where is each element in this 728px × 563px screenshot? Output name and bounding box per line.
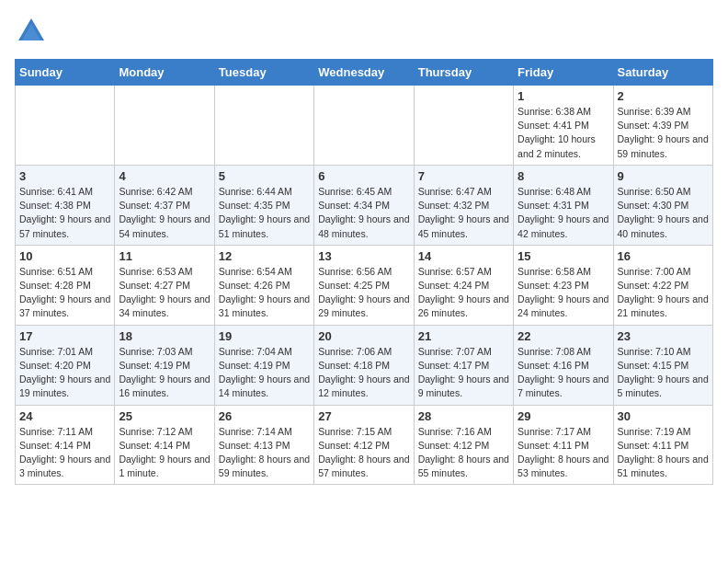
calendar-cell: 1Sunrise: 6:38 AM Sunset: 4:41 PM Daylig… — [514, 86, 613, 166]
day-number: 12 — [219, 249, 310, 263]
day-info: Sunrise: 6:45 AM Sunset: 4:34 PM Dayligh… — [318, 185, 409, 241]
day-number: 25 — [119, 409, 210, 423]
calendar-cell: 28Sunrise: 7:16 AM Sunset: 4:12 PM Dayli… — [414, 405, 513, 485]
calendar-cell: 26Sunrise: 7:14 AM Sunset: 4:13 PM Dayli… — [214, 405, 313, 485]
day-number: 3 — [19, 169, 110, 183]
calendar-cell — [115, 86, 214, 166]
weekday-header-saturday: Saturday — [613, 60, 712, 86]
day-number: 21 — [418, 329, 509, 343]
day-info: Sunrise: 6:53 AM Sunset: 4:27 PM Dayligh… — [119, 265, 210, 321]
day-number: 28 — [418, 409, 509, 423]
calendar-week-1: 1Sunrise: 6:38 AM Sunset: 4:41 PM Daylig… — [16, 86, 713, 166]
weekday-header-thursday: Thursday — [414, 60, 513, 86]
day-info: Sunrise: 6:47 AM Sunset: 4:32 PM Dayligh… — [418, 185, 509, 241]
calendar-cell — [214, 86, 313, 166]
day-number: 13 — [318, 249, 409, 263]
day-number: 7 — [418, 169, 509, 183]
calendar-cell: 13Sunrise: 6:56 AM Sunset: 4:25 PM Dayli… — [314, 245, 414, 325]
calendar-cell: 20Sunrise: 7:06 AM Sunset: 4:18 PM Dayli… — [314, 325, 414, 405]
day-number: 23 — [618, 329, 709, 343]
calendar-cell: 4Sunrise: 6:42 AM Sunset: 4:37 PM Daylig… — [115, 165, 214, 245]
calendar-cell: 11Sunrise: 6:53 AM Sunset: 4:27 PM Dayli… — [115, 245, 214, 325]
calendar-week-5: 24Sunrise: 7:11 AM Sunset: 4:14 PM Dayli… — [16, 405, 713, 485]
day-info: Sunrise: 6:54 AM Sunset: 4:26 PM Dayligh… — [219, 265, 310, 321]
calendar-cell: 9Sunrise: 6:50 AM Sunset: 4:30 PM Daylig… — [613, 165, 712, 245]
calendar-cell: 2Sunrise: 6:39 AM Sunset: 4:39 PM Daylig… — [613, 86, 712, 166]
weekday-header-monday: Monday — [115, 60, 214, 86]
calendar-cell: 3Sunrise: 6:41 AM Sunset: 4:38 PM Daylig… — [16, 165, 115, 245]
weekday-header-row: SundayMondayTuesdayWednesdayThursdayFrid… — [16, 60, 713, 86]
calendar-cell — [314, 86, 414, 166]
calendar-cell: 10Sunrise: 6:51 AM Sunset: 4:28 PM Dayli… — [16, 245, 115, 325]
calendar-cell — [414, 86, 513, 166]
day-number: 10 — [19, 249, 110, 263]
header — [15, 15, 713, 48]
calendar-cell: 7Sunrise: 6:47 AM Sunset: 4:32 PM Daylig… — [414, 165, 513, 245]
calendar-cell: 6Sunrise: 6:45 AM Sunset: 4:34 PM Daylig… — [314, 165, 414, 245]
day-info: Sunrise: 6:57 AM Sunset: 4:24 PM Dayligh… — [418, 265, 509, 321]
calendar-cell: 16Sunrise: 7:00 AM Sunset: 4:22 PM Dayli… — [613, 245, 712, 325]
day-number: 8 — [518, 169, 609, 183]
day-info: Sunrise: 7:00 AM Sunset: 4:22 PM Dayligh… — [618, 265, 709, 321]
calendar-cell: 5Sunrise: 6:44 AM Sunset: 4:35 PM Daylig… — [214, 165, 313, 245]
calendar-cell: 14Sunrise: 6:57 AM Sunset: 4:24 PM Dayli… — [414, 245, 513, 325]
day-info: Sunrise: 7:15 AM Sunset: 4:12 PM Dayligh… — [318, 425, 409, 481]
calendar-week-4: 17Sunrise: 7:01 AM Sunset: 4:20 PM Dayli… — [16, 325, 713, 405]
logo — [15, 15, 51, 48]
calendar-cell — [16, 86, 115, 166]
calendar-week-2: 3Sunrise: 6:41 AM Sunset: 4:38 PM Daylig… — [16, 165, 713, 245]
calendar-cell: 24Sunrise: 7:11 AM Sunset: 4:14 PM Dayli… — [16, 405, 115, 485]
day-info: Sunrise: 7:11 AM Sunset: 4:14 PM Dayligh… — [19, 425, 110, 481]
day-number: 16 — [618, 249, 709, 263]
weekday-header-tuesday: Tuesday — [214, 60, 313, 86]
calendar-cell: 30Sunrise: 7:19 AM Sunset: 4:11 PM Dayli… — [613, 405, 712, 485]
calendar-cell: 19Sunrise: 7:04 AM Sunset: 4:19 PM Dayli… — [214, 325, 313, 405]
calendar-cell: 22Sunrise: 7:08 AM Sunset: 4:16 PM Dayli… — [514, 325, 613, 405]
calendar-cell: 23Sunrise: 7:10 AM Sunset: 4:15 PM Dayli… — [613, 325, 712, 405]
day-info: Sunrise: 7:14 AM Sunset: 4:13 PM Dayligh… — [219, 425, 310, 481]
day-info: Sunrise: 6:41 AM Sunset: 4:38 PM Dayligh… — [19, 185, 110, 241]
calendar-cell: 18Sunrise: 7:03 AM Sunset: 4:19 PM Dayli… — [115, 325, 214, 405]
calendar-cell: 8Sunrise: 6:48 AM Sunset: 4:31 PM Daylig… — [514, 165, 613, 245]
day-info: Sunrise: 7:06 AM Sunset: 4:18 PM Dayligh… — [318, 345, 409, 401]
day-info: Sunrise: 6:39 AM Sunset: 4:39 PM Dayligh… — [618, 105, 709, 161]
day-number: 27 — [318, 409, 409, 423]
day-number: 6 — [318, 169, 409, 183]
day-number: 2 — [618, 89, 709, 103]
day-number: 29 — [518, 409, 609, 423]
day-number: 26 — [219, 409, 310, 423]
day-number: 9 — [618, 169, 709, 183]
weekday-header-wednesday: Wednesday — [314, 60, 414, 86]
day-number: 15 — [518, 249, 609, 263]
day-number: 30 — [618, 409, 709, 423]
calendar-cell: 12Sunrise: 6:54 AM Sunset: 4:26 PM Dayli… — [214, 245, 313, 325]
calendar: SundayMondayTuesdayWednesdayThursdayFrid… — [15, 59, 713, 485]
day-number: 14 — [418, 249, 509, 263]
day-info: Sunrise: 6:51 AM Sunset: 4:28 PM Dayligh… — [19, 265, 110, 321]
day-number: 1 — [518, 89, 609, 103]
day-number: 22 — [518, 329, 609, 343]
day-info: Sunrise: 6:44 AM Sunset: 4:35 PM Dayligh… — [219, 185, 310, 241]
day-info: Sunrise: 6:58 AM Sunset: 4:23 PM Dayligh… — [518, 265, 609, 321]
day-info: Sunrise: 7:08 AM Sunset: 4:16 PM Dayligh… — [518, 345, 609, 401]
day-info: Sunrise: 7:16 AM Sunset: 4:12 PM Dayligh… — [418, 425, 509, 481]
day-info: Sunrise: 7:03 AM Sunset: 4:19 PM Dayligh… — [119, 345, 210, 401]
day-info: Sunrise: 6:50 AM Sunset: 4:30 PM Dayligh… — [618, 185, 709, 241]
day-info: Sunrise: 7:12 AM Sunset: 4:14 PM Dayligh… — [119, 425, 210, 481]
day-number: 11 — [119, 249, 210, 263]
calendar-cell: 29Sunrise: 7:17 AM Sunset: 4:11 PM Dayli… — [514, 405, 613, 485]
calendar-cell: 15Sunrise: 6:58 AM Sunset: 4:23 PM Dayli… — [514, 245, 613, 325]
day-number: 5 — [219, 169, 310, 183]
day-info: Sunrise: 6:42 AM Sunset: 4:37 PM Dayligh… — [119, 185, 210, 241]
day-info: Sunrise: 6:56 AM Sunset: 4:25 PM Dayligh… — [318, 265, 409, 321]
logo-icon — [15, 15, 48, 48]
calendar-cell: 21Sunrise: 7:07 AM Sunset: 4:17 PM Dayli… — [414, 325, 513, 405]
day-number: 18 — [119, 329, 210, 343]
day-info: Sunrise: 6:38 AM Sunset: 4:41 PM Dayligh… — [518, 105, 609, 161]
day-info: Sunrise: 7:07 AM Sunset: 4:17 PM Dayligh… — [418, 345, 509, 401]
day-number: 24 — [19, 409, 110, 423]
day-info: Sunrise: 7:17 AM Sunset: 4:11 PM Dayligh… — [518, 425, 609, 481]
day-number: 4 — [119, 169, 210, 183]
day-info: Sunrise: 7:04 AM Sunset: 4:19 PM Dayligh… — [219, 345, 310, 401]
calendar-cell: 17Sunrise: 7:01 AM Sunset: 4:20 PM Dayli… — [16, 325, 115, 405]
